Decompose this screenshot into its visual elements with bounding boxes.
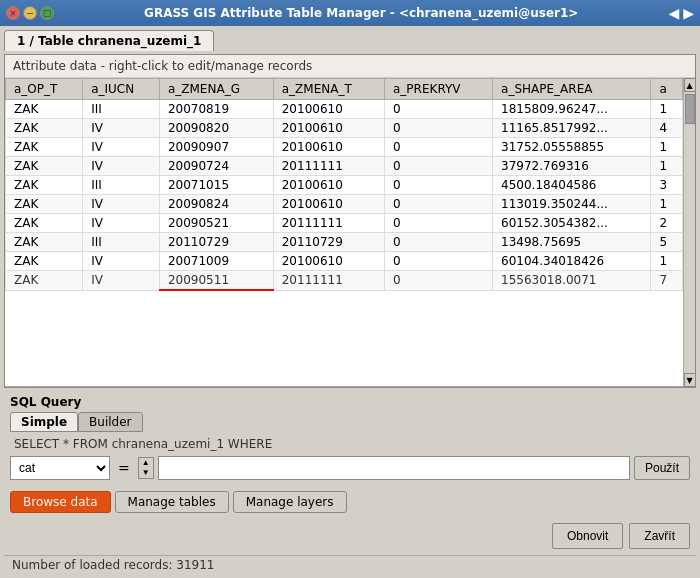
pouzit-button[interactable]: Použít [634,456,690,480]
sql-value-input[interactable] [158,456,630,480]
table-row: ZAKIV20090824201006100113019.350244...1 [6,195,683,214]
table-cell: 20100610 [273,176,384,195]
data-table: a_OP_Ta_IUCNa_ZMENA_Ga_ZMENA_Ta_PREKRYVa… [5,78,683,291]
table-cell: 1 [651,157,683,176]
scroll-thumb[interactable] [685,94,695,124]
table-cell: 0 [385,157,493,176]
table-cell: 0 [385,119,493,138]
sql-row: cat = ▲ ▼ Použít [10,456,690,480]
table-cell: 60104.34018426 [493,252,651,271]
table-cell: 3 [651,176,683,195]
table-cell: IV [83,252,160,271]
table-row: ZAKIII200708192010061001815809.96247...1 [6,100,683,119]
table-cell: 1 [651,252,683,271]
table-cell-partial: 20090511 [159,271,273,291]
table-row: ZAKIV2009082020100610011165.8517992...4 [6,119,683,138]
table-cell: 20100610 [273,100,384,119]
table-outer: a_OP_Ta_IUCNa_ZMENA_Ga_ZMENA_Ta_PREKRYVa… [5,78,695,387]
subtitle: Attribute data - right-click to edit/man… [5,55,695,78]
col-header-a_PREKRYV: a_PREKRYV [385,79,493,100]
table-cell: ZAK [6,119,83,138]
table-header-row: a_OP_Ta_IUCNa_ZMENA_Ga_ZMENA_Ta_PREKRYVa… [6,79,683,100]
sql-section: SQL Query Simple Builder SELECT * FROM c… [4,391,696,484]
title-nav[interactable]: ◀ ▶ [668,5,694,21]
content-area: Attribute data - right-click to edit/man… [4,54,696,388]
table-cell-partial: 20111111 [273,271,384,291]
bottom-tabs: Browse data Manage tables Manage layers [4,487,696,517]
table-cell: III [83,233,160,252]
table-cell: IV [83,214,160,233]
table-cell: 0 [385,233,493,252]
tab-browse-data[interactable]: Browse data [10,491,111,513]
close-window-btn[interactable]: × [6,6,20,20]
sql-tabs: Simple Builder [10,412,690,432]
title-bar: × − □ GRASS GIS Attribute Table Manager … [0,0,700,26]
sql-tab-simple[interactable]: Simple [10,412,78,432]
table-cell: 20100610 [273,138,384,157]
table-cell: 0 [385,100,493,119]
maximize-btn[interactable]: □ [40,6,54,20]
table-cell: 20090724 [159,157,273,176]
table-cell: 0 [385,252,493,271]
table-cell: ZAK [6,176,83,195]
table-cell: ZAK [6,157,83,176]
col-header-a_SHAPE_AREA: a_SHAPE_AREA [493,79,651,100]
tab-manage-tables[interactable]: Manage tables [115,491,229,513]
table-cell: 20110729 [273,233,384,252]
table-cell: 5 [651,233,683,252]
table-cell: 1 [651,195,683,214]
sql-tab-builder[interactable]: Builder [78,412,142,432]
table-cell: IV [83,138,160,157]
table-cell: 20090521 [159,214,273,233]
window-body: 1 / Table chranena_uzemi_1 Attribute dat… [0,26,700,578]
table-cell: 20111111 [273,157,384,176]
scroll-down-btn[interactable]: ▼ [684,373,696,387]
table-tab[interactable]: 1 / Table chranena_uzemi_1 [4,30,214,51]
table-cell: 13498.75695 [493,233,651,252]
action-row: Obnovit Zavřít [4,520,696,552]
table-cell: 20070819 [159,100,273,119]
sql-spinner[interactable]: ▲ ▼ [138,457,154,478]
refresh-button[interactable]: Obnovit [552,523,623,549]
status-bar: Number of loaded records: 31911 [4,555,696,574]
table-cell: 20100610 [273,119,384,138]
table-cell: 20090907 [159,138,273,157]
table-cell: 20090824 [159,195,273,214]
table-cell-partial: ZAK [6,271,83,291]
table-cell: 20071009 [159,252,273,271]
table-row-partial: ZAKIV2009051120111111015563018.00717 [6,271,683,291]
nav-prev-icon[interactable]: ◀ [668,5,679,21]
table-cell: ZAK [6,252,83,271]
nav-next-icon[interactable]: ▶ [683,5,694,21]
vertical-scrollbar[interactable]: ▲ ▼ [683,78,695,387]
table-row: ZAKIV2009090720100610031752.055588551 [6,138,683,157]
table-container[interactable]: a_OP_Ta_IUCNa_ZMENA_Ga_ZMENA_Ta_PREKRYVa… [5,78,683,387]
table-cell: ZAK [6,195,83,214]
col-header-a_OP_T: a_OP_T [6,79,83,100]
table-cell-partial: 7 [651,271,683,291]
table-row: ZAKIII200710152010061004500.184045863 [6,176,683,195]
window-controls[interactable]: × − □ [6,6,54,20]
spinner-up-btn[interactable]: ▲ [139,458,153,468]
close-button[interactable]: Zavřít [629,523,690,549]
spinner-down-btn[interactable]: ▼ [139,468,153,478]
minimize-btn[interactable]: − [23,6,37,20]
scroll-up-btn[interactable]: ▲ [684,78,696,92]
window-title: GRASS GIS Attribute Table Manager - <chr… [60,6,662,20]
table-cell: 60152.3054382... [493,214,651,233]
table-cell: 1815809.96247... [493,100,651,119]
table-cell-partial: 15563018.0071 [493,271,651,291]
sql-operator-label: = [114,460,134,476]
table-cell: 0 [385,214,493,233]
table-cell: ZAK [6,214,83,233]
table-cell: 20071015 [159,176,273,195]
col-header-a_ZMENA_T: a_ZMENA_T [273,79,384,100]
sql-field-select[interactable]: cat [10,456,110,480]
tab-manage-layers[interactable]: Manage layers [233,491,347,513]
table-cell: 0 [385,176,493,195]
table-cell: 20100610 [273,195,384,214]
sql-label: SQL Query [10,395,690,409]
table-row: ZAKIV2007100920100610060104.340184261 [6,252,683,271]
table-cell: 37972.769316 [493,157,651,176]
col-header-a_ZMENA_G: a_ZMENA_G [159,79,273,100]
